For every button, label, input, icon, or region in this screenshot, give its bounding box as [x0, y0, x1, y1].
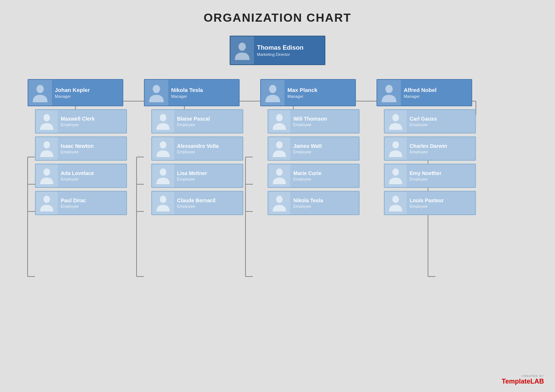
emp-name-2-3: Nikola Tesla [293, 197, 323, 204]
emp-role-3-3: Employee [410, 204, 444, 209]
emp-name-0-3: Paul Dirac [61, 197, 86, 204]
page-title: ORGANIZATION CHART [15, 11, 540, 25]
svg-point-46 [392, 196, 399, 203]
emp-avatar [385, 110, 407, 133]
manager-card-0: Johan Kepler Manager [28, 79, 123, 106]
employee-card-3-0: Carl Gauss Employee [384, 109, 476, 133]
emp-name-3-2: Emy Noether [410, 170, 441, 177]
employee-card-3-3: Louis Pasteur Employee [384, 191, 476, 215]
manager-role-0: Manager [55, 94, 90, 99]
employee-card-1-3: Claude Bernard Employee [151, 191, 243, 215]
col-1: Johan Kepler Manager [28, 79, 131, 215]
watermark-brand-normal: Template [502, 378, 530, 385]
manager-card-1: Nikola Tesla Manager [144, 79, 240, 106]
emp-role-3-2: Employee [410, 177, 441, 181]
emp-role-1-2: Employee [177, 177, 207, 181]
emp-avatar [385, 192, 407, 214]
employee-card-1-1: Alessandro Volta Employee [151, 136, 243, 161]
emp-avatar [36, 110, 58, 133]
emp-role-1-0: Employee [177, 122, 210, 127]
managers-section: Johan Kepler Manager [15, 79, 540, 215]
manager-name-2: Max Planck [287, 87, 318, 93]
svg-point-32 [153, 85, 160, 93]
employees-col-0: Maxwell Clerk Employee [35, 109, 127, 215]
svg-point-33 [160, 114, 166, 121]
manager-name-3: Alfred Nobel [404, 87, 436, 93]
manager-avatar-0 [28, 80, 52, 106]
employee-card-3-1: Charles Darwin Employee [384, 136, 476, 161]
manager-name-1: Nikola Tesla [171, 87, 203, 93]
svg-point-43 [392, 114, 399, 121]
employee-card-2-1: James Watt Employee [268, 136, 360, 161]
page: { "title": "ORGANIZATION CHART", "colors… [0, 0, 555, 392]
watermark-brand-bold: LAB [530, 378, 544, 385]
emp-avatar [152, 137, 174, 160]
manager-role-3: Manager [404, 94, 436, 99]
manager-card-3: Alfred Nobel Manager [377, 79, 472, 106]
manager-avatar-3 [377, 80, 401, 106]
emp-avatar [268, 137, 290, 160]
emp-name-0-1: Isaac Newton [61, 143, 93, 149]
emp-role-3-0: Employee [410, 122, 437, 127]
svg-point-31 [43, 196, 50, 203]
watermark-brand: TemplateLAB [502, 378, 544, 385]
emp-avatar [152, 110, 174, 133]
emp-role-1-3: Employee [177, 204, 215, 209]
svg-point-41 [276, 196, 283, 203]
emp-name-3-1: Charles Darwin [410, 143, 447, 149]
emp-avatar [36, 192, 58, 214]
manager-avatar-2 [261, 80, 284, 106]
emp-name-0-0: Maxwell Clerk [61, 116, 95, 122]
manager-role-2: Manager [287, 94, 318, 99]
employee-card-0-1: Isaac Newton Employee [35, 136, 127, 161]
emp-name-2-0: Will Thomson [293, 116, 327, 122]
manager-name-0: Johan Kepler [55, 87, 90, 93]
emp-name-1-0: Blaise Pascal [177, 116, 210, 122]
employee-card-2-0: Will Thomson Employee [268, 109, 360, 133]
svg-point-27 [36, 85, 44, 93]
emp-name-1-2: Lisa Meitner [177, 170, 207, 177]
svg-point-44 [392, 141, 399, 149]
emp-role-2-2: Employee [293, 177, 321, 181]
org-chart: Thomas Edison Marketing Director [15, 36, 540, 215]
svg-point-39 [276, 141, 283, 149]
employees-col-2: Will Thomson Employee [268, 109, 360, 215]
svg-point-35 [160, 168, 166, 176]
svg-point-36 [160, 196, 166, 203]
director-info: Thomas Edison Marketing Director [254, 43, 307, 58]
emp-name-3-3: Louis Pasteur [410, 197, 444, 204]
col-2: Nikola Tesla Manager [144, 79, 247, 215]
director-avatar [230, 36, 254, 64]
emp-role-1-1: Employee [177, 150, 219, 154]
employees-col-1: Blaise Pascal Employee [151, 109, 243, 215]
emp-name-3-0: Carl Gauss [410, 116, 437, 122]
employee-card-0-0: Maxwell Clerk Employee [35, 109, 127, 133]
emp-avatar [152, 192, 174, 214]
employee-card-1-2: Lisa Meitner Employee [151, 164, 243, 188]
svg-point-42 [385, 85, 393, 93]
svg-point-38 [276, 114, 283, 121]
employee-card-0-2: Ada Lovelace Employee [35, 164, 127, 188]
svg-point-34 [160, 141, 166, 149]
svg-point-28 [43, 114, 50, 121]
employee-card-0-3: Paul Dirac Employee [35, 191, 127, 215]
director-row: Thomas Edison Marketing Director [15, 36, 540, 65]
manager-avatar-1 [145, 80, 168, 106]
svg-point-26 [238, 43, 246, 51]
svg-point-45 [392, 168, 399, 176]
emp-name-1-3: Claude Bernard [177, 197, 215, 204]
employees-col-3: Carl Gauss Employee [384, 109, 476, 215]
managers-row: Johan Kepler Manager [15, 79, 540, 215]
director-card: Thomas Edison Marketing Director [230, 36, 325, 65]
emp-name-1-1: Alessandro Volta [177, 143, 219, 149]
emp-avatar [36, 164, 58, 187]
employee-card-2-3: Nikola Tesla Employee [268, 191, 360, 215]
svg-point-40 [276, 168, 283, 176]
emp-avatar [385, 164, 407, 187]
manager-role-1: Manager [171, 94, 203, 99]
employee-card-2-2: Marie Curie Employee [268, 164, 360, 188]
emp-avatar [268, 192, 290, 214]
svg-point-37 [269, 85, 276, 93]
emp-avatar [36, 137, 58, 160]
director-name: Thomas Edison [257, 44, 304, 51]
